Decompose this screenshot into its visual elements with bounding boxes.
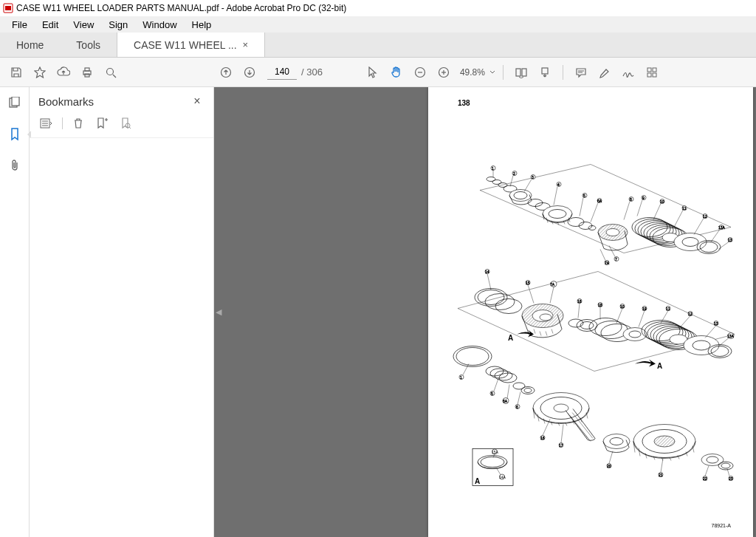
svg-text:14A: 14A [499, 475, 506, 479]
svg-point-32 [487, 177, 495, 182]
menu-bar: File Edit View Sign Window Help [0, 16, 756, 33]
window-title: CASE W11 WHEEL LOADER PARTS MANUAL.pdf -… [16, 3, 346, 13]
search-icon[interactable] [100, 62, 121, 83]
star-icon[interactable] [30, 62, 50, 83]
menu-view[interactable]: View [66, 18, 101, 32]
document-viewer[interactable]: ◀ 138 78921-A [214, 87, 756, 537]
select-tool-icon[interactable] [362, 62, 383, 83]
svg-line-120 [546, 332, 547, 336]
svg-line-236 [561, 425, 563, 443]
more-tools-icon[interactable] [642, 62, 662, 83]
svg-text:3: 3 [532, 175, 534, 179]
left-nav-rail [0, 87, 30, 537]
collapse-panel-icon[interactable]: ◀ [214, 298, 223, 327]
svg-line-239 [609, 451, 613, 464]
fit-width-icon[interactable] [511, 62, 532, 83]
menu-sign[interactable]: Sign [101, 18, 135, 32]
svg-rect-24 [12, 97, 19, 106]
tab-home[interactable]: Home [0, 33, 60, 57]
tab-home-label: Home [16, 39, 44, 51]
svg-line-233 [543, 420, 550, 436]
svg-point-251 [481, 457, 504, 468]
svg-text:13A: 13A [718, 225, 726, 230]
svg-point-205 [654, 436, 675, 447]
thumbnails-icon[interactable] [6, 95, 24, 112]
svg-point-33 [492, 180, 501, 185]
svg-point-218 [721, 463, 730, 468]
svg-text:14: 14 [485, 270, 489, 274]
page-indicator: / 306 [267, 65, 323, 80]
svg-text:18: 18 [598, 303, 602, 307]
bookmark-options-icon[interactable] [38, 115, 55, 131]
svg-text:1: 1 [460, 375, 462, 380]
save-icon[interactable] [6, 62, 27, 83]
svg-point-114 [495, 299, 522, 314]
svg-line-146 [487, 274, 491, 290]
page-up-icon[interactable] [216, 62, 236, 83]
menu-file[interactable]: File [4, 18, 35, 32]
sign-icon[interactable] [618, 62, 639, 83]
svg-text:20: 20 [607, 464, 611, 468]
close-panel-icon[interactable]: × [190, 95, 205, 108]
bookmarks-icon[interactable] [6, 126, 24, 143]
new-bookmark-icon[interactable] [94, 115, 110, 131]
page-down-icon[interactable] [239, 62, 260, 83]
svg-point-178 [456, 348, 489, 366]
pdf-page: 138 78921-A [428, 87, 753, 537]
svg-line-173 [705, 326, 716, 338]
svg-point-127 [595, 321, 628, 339]
svg-text:2: 2 [513, 171, 515, 176]
find-bookmark-icon[interactable] [117, 115, 134, 131]
svg-line-93 [637, 200, 642, 216]
zoom-level[interactable]: 49.8% [457, 67, 495, 78]
svg-point-48 [568, 218, 584, 227]
svg-point-36 [509, 190, 532, 202]
svg-line-245 [705, 466, 709, 476]
svg-text:17: 17 [559, 443, 563, 448]
svg-text:13: 13 [728, 238, 732, 242]
page-current-input[interactable] [267, 65, 297, 80]
hand-tool-icon[interactable] [386, 62, 407, 83]
svg-line-108 [718, 242, 729, 250]
svg-line-119 [540, 332, 541, 336]
close-icon[interactable]: × [243, 39, 249, 50]
menu-edit[interactable]: Edit [35, 18, 66, 32]
svg-text:11: 11 [682, 206, 687, 211]
print-icon[interactable] [77, 62, 97, 83]
svg-text:10: 10 [660, 199, 664, 204]
svg-point-40 [543, 206, 572, 222]
highlight-icon[interactable] [594, 62, 615, 83]
svg-text:12: 12 [688, 312, 693, 316]
scroll-mode-icon[interactable] [535, 62, 555, 83]
svg-rect-21 [647, 73, 651, 77]
comment-icon[interactable] [571, 62, 591, 83]
svg-text:4: 4 [557, 182, 560, 187]
zoom-in-icon[interactable] [433, 62, 454, 83]
svg-line-257 [497, 469, 501, 475]
delete-bookmark-icon[interactable] [70, 115, 86, 131]
attachments-icon[interactable] [6, 157, 24, 174]
svg-line-167 [661, 311, 668, 324]
svg-line-170 [679, 316, 690, 329]
svg-line-75 [554, 187, 557, 205]
pdf-icon [3, 3, 13, 13]
svg-text:7: 7 [615, 257, 617, 261]
svg-line-78 [580, 198, 583, 216]
svg-line-121 [551, 329, 553, 334]
detail-a-label: A [475, 477, 480, 485]
svg-text:1: 1 [492, 166, 494, 171]
svg-line-227 [507, 385, 509, 399]
menu-window[interactable]: Window [135, 18, 184, 32]
svg-line-69 [510, 176, 513, 187]
svg-point-5 [107, 68, 114, 75]
svg-text:21: 21 [659, 473, 663, 477]
zoom-value-label: 49.8% [457, 67, 488, 78]
tab-tools[interactable]: Tools [60, 33, 117, 57]
svg-text:15A: 15A [492, 450, 499, 454]
tab-document[interactable]: CASE W11 WHEEL ... × [117, 33, 265, 57]
cloud-upload-icon[interactable] [53, 62, 74, 83]
window-titlebar: CASE W11 WHEEL LOADER PARTS MANUAL.pdf -… [0, 0, 756, 16]
svg-text:12: 12 [703, 214, 707, 219]
zoom-out-icon[interactable] [410, 62, 430, 83]
menu-help[interactable]: Help [185, 18, 219, 32]
